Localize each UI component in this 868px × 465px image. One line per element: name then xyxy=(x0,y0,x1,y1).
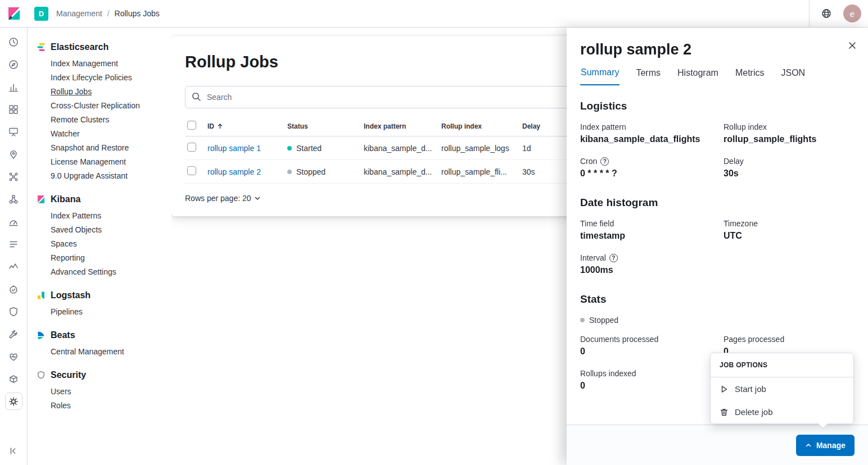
play-icon xyxy=(720,385,729,394)
nav-item-cross-cluster-replication[interactable]: Cross-Cluster Replication xyxy=(51,99,167,113)
tab-json[interactable]: JSON xyxy=(780,67,806,85)
field-value: 30s xyxy=(724,168,855,179)
nav-section-label: Beats xyxy=(51,330,75,340)
metrics-icon[interactable] xyxy=(5,213,22,230)
kibana-logo[interactable] xyxy=(0,0,28,27)
breadcrumb-current: Rollups Jobs xyxy=(115,9,160,18)
nav-item-roles[interactable]: Roles xyxy=(51,399,167,413)
nav-item-saved-objects[interactable]: Saved Objects xyxy=(51,223,167,237)
rollup-index-cell: rollup_sample_fli... xyxy=(441,167,522,176)
job-link[interactable]: rollup sample 2 xyxy=(207,167,261,176)
dev-tools-icon[interactable] xyxy=(5,325,22,343)
nav-item-advanced-settings[interactable]: Advanced Settings xyxy=(51,265,167,279)
tab-histogram[interactable]: Histogram xyxy=(677,67,719,85)
field-value: 1000ms xyxy=(580,265,724,275)
nav-item-upgrade-assistant[interactable]: 9.0 Upgrade Assistant xyxy=(51,169,167,183)
flyout-footer: Manage xyxy=(567,425,868,465)
nav-item-spaces[interactable]: Spaces xyxy=(51,237,167,251)
field-label: Pages processed xyxy=(724,335,855,344)
manage-button[interactable]: Manage xyxy=(796,435,855,456)
field-label: Interval xyxy=(580,253,606,262)
column-header-rollup-index[interactable]: Rollup index xyxy=(441,122,522,130)
nav-item-index-lifecycle-policies[interactable]: Index Lifecycle Policies xyxy=(51,71,167,85)
nav-section-elasticsearch: Elasticsearch Index Management Index Lif… xyxy=(37,37,167,183)
nav-section-title: Beats xyxy=(37,325,167,345)
field-label: Delay xyxy=(724,157,855,166)
job-link[interactable]: rollup sample 1 xyxy=(207,144,261,153)
avatar[interactable]: e xyxy=(843,4,861,22)
field-label: Timezone xyxy=(724,219,855,228)
start-job-button[interactable]: Start job xyxy=(711,377,853,400)
recents-icon[interactable] xyxy=(5,33,22,51)
help-globe-icon[interactable] xyxy=(819,6,834,21)
nav-item-central-management[interactable]: Central Management xyxy=(51,345,167,359)
row-checkbox[interactable] xyxy=(187,143,196,152)
tab-terms[interactable]: Terms xyxy=(635,67,661,85)
apm-icon[interactable] xyxy=(5,258,22,275)
timezone-field: Timezone UTC xyxy=(724,219,855,241)
column-header-status[interactable]: Status xyxy=(287,122,364,130)
nav-item-index-patterns[interactable]: Index Patterns xyxy=(51,209,167,223)
rows-per-page-button[interactable]: Rows per page: 20 xyxy=(185,194,261,203)
nav-item-snapshot-and-restore[interactable]: Snapshot and Restore xyxy=(51,141,167,155)
breadcrumb-management[interactable]: Management xyxy=(56,9,102,18)
logs-icon[interactable] xyxy=(5,235,22,253)
nav-item-users[interactable]: Users xyxy=(51,385,167,399)
stack-monitoring-icon[interactable] xyxy=(5,348,22,365)
breadcrumb-separator: / xyxy=(107,9,110,18)
interval-help-icon[interactable]: ? xyxy=(609,254,618,262)
delete-job-button[interactable]: Delete job xyxy=(711,400,853,423)
nav-item-reporting[interactable]: Reporting xyxy=(51,251,167,265)
graph-icon[interactable] xyxy=(5,190,22,208)
nav-item-rollup-jobs[interactable]: Rollup Jobs xyxy=(51,85,167,99)
fleet-icon[interactable] xyxy=(5,370,22,388)
nav-item-index-management[interactable]: Index Management xyxy=(51,57,167,71)
nav-item-license-management[interactable]: License Management xyxy=(51,155,167,169)
rows-per-page-label: Rows per page: 20 xyxy=(185,194,251,203)
column-header-id[interactable]: ID xyxy=(207,122,287,130)
index-pattern-cell: kibana_sample_d... xyxy=(364,167,441,176)
machine-learning-icon[interactable] xyxy=(5,168,22,185)
status-stopped-dot-icon xyxy=(287,170,292,174)
nav-item-watcher[interactable]: Watcher xyxy=(51,127,167,141)
visualize-icon[interactable] xyxy=(5,78,22,95)
space-badge[interactable]: D xyxy=(34,7,48,21)
top-bar: D Management / Rollups Jobs e xyxy=(0,0,868,28)
column-header-index-pattern[interactable]: Index pattern xyxy=(364,122,441,130)
field-value: 0 * * * * ? xyxy=(580,168,724,179)
cron-field: Cron ? 0 * * * * ? xyxy=(580,157,724,179)
nav-item-remote-clusters[interactable]: Remote Clusters xyxy=(51,113,167,127)
tab-summary[interactable]: Summary xyxy=(580,67,620,85)
field-value: kibana_sample_data_flights xyxy=(580,134,724,144)
uptime-icon[interactable] xyxy=(5,280,22,298)
field-label: Cron xyxy=(580,157,597,166)
row-checkbox[interactable] xyxy=(187,166,196,175)
beats-logo-icon xyxy=(37,331,46,340)
tab-metrics[interactable]: Metrics xyxy=(735,67,765,85)
manage-button-label: Manage xyxy=(816,441,846,450)
top-bar-right: e xyxy=(809,0,868,27)
collapse-menu-icon[interactable] xyxy=(5,442,22,459)
interval-field: Interval ? 1000ms xyxy=(580,253,724,275)
nav-section-label: Security xyxy=(51,370,86,380)
canvas-icon[interactable] xyxy=(5,123,22,140)
sort-ascending-icon xyxy=(217,123,223,129)
nav-section-kibana: Kibana Index Patterns Saved Objects Spac… xyxy=(37,189,167,279)
time-field-field: Time field timestamp xyxy=(580,219,724,241)
elasticsearch-logo-icon xyxy=(37,43,46,52)
stats-status: Stopped xyxy=(580,316,855,325)
close-icon[interactable] xyxy=(846,39,859,52)
dashboards-icon[interactable] xyxy=(5,101,22,118)
maps-icon[interactable] xyxy=(5,145,22,163)
stack-management-gear-icon[interactable] xyxy=(5,393,22,410)
date-histogram-grid: Time field timestamp Timezone UTC Interv… xyxy=(580,219,855,275)
job-options-title: JOB OPTIONS xyxy=(711,353,853,377)
management-sidebar: Elasticsearch Index Management Index Lif… xyxy=(28,28,171,465)
field-label: Index pattern xyxy=(580,122,724,131)
select-all-checkbox[interactable] xyxy=(187,121,196,130)
nav-item-pipelines[interactable]: Pipelines xyxy=(51,305,167,319)
security-app-icon[interactable] xyxy=(5,303,22,320)
cron-help-icon[interactable]: ? xyxy=(600,157,609,166)
field-label: Documents processed xyxy=(580,335,724,344)
discover-icon[interactable] xyxy=(5,56,22,73)
